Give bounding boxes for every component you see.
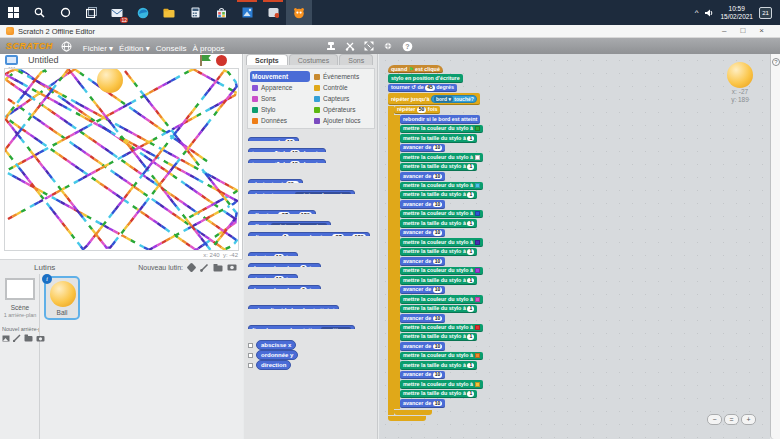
menu-item-àpropos[interactable]: À propos [189,44,227,53]
volume-icon[interactable] [704,8,714,18]
script-block[interactable]: tourner ↺ de 45 degrés [388,84,457,93]
script-block[interactable]: mettre la taille du stylo à 1 [400,333,477,342]
pen-color-swatch[interactable] [475,155,480,160]
script-block[interactable]: mettre la couleur du stylo à [400,182,483,190]
script-block[interactable]: avancer de 10 [400,342,445,351]
touching-edge-condition[interactable]: bord ▾ touché? [431,95,477,104]
pen-color-swatch[interactable] [475,211,480,216]
value-input[interactable]: 10 [433,372,443,378]
category-ajouter-blocs[interactable]: Ajouter blocs [312,115,372,126]
value-input[interactable]: 10 [433,174,443,180]
stage-canvas[interactable] [4,68,239,251]
value-input[interactable]: 1 [467,363,474,369]
value-input[interactable]: 1 [467,221,474,227]
tray-chevron-icon[interactable]: ^ [695,8,699,17]
value-input[interactable]: 15 [290,161,300,163]
script-block[interactable]: mettre la taille du stylo à 1 [400,248,477,257]
script-block[interactable]: avancer de 10 [400,257,445,266]
category-sons[interactable]: Sons [250,93,310,104]
value-input[interactable]: 10 [433,401,443,407]
value-input[interactable]: 1 [282,234,289,236]
category-capteurs[interactable]: Capteurs [312,93,372,104]
dropdown-menu[interactable]: position ▾ [321,327,351,329]
duplicate-icon[interactable] [326,41,336,51]
palette-block[interactable]: donner la valeur 0 à y [248,285,321,289]
value-input[interactable]: 1 [467,306,474,312]
reporter-block[interactable]: ordonnée y [256,350,298,360]
script-block[interactable]: rebondir si le bord est atteint [400,115,480,123]
paint-brush-icon[interactable] [200,263,209,272]
stop-button[interactable] [216,55,227,66]
pen-color-swatch[interactable] [475,382,480,387]
close-button[interactable]: × [759,26,764,36]
taskbar-clock[interactable]: 10:59 15/02/2021 [720,5,753,21]
script-block[interactable]: quand ⚑ est cliqué [388,65,443,73]
script-block[interactable]: mettre la couleur du stylo à [400,352,483,360]
reporter-block[interactable]: direction [256,360,291,370]
watcher-checkbox[interactable] [248,363,253,368]
value-input[interactable]: 1 [467,334,474,340]
value-input[interactable]: 10 [433,316,443,322]
taskbar-file-explorer-icon[interactable] [156,0,182,25]
value-input[interactable]: 50 [417,107,427,113]
grow-icon[interactable] [364,41,374,51]
value-input[interactable]: 1 [467,278,474,284]
script-block[interactable]: mettre la taille du stylo à 1 [400,361,477,370]
script-block[interactable]: avancer de 10 [400,172,445,181]
script-block[interactable]: mettre la couleur du stylo à [400,153,483,161]
fullscreen-icon[interactable] [5,55,18,65]
script-block[interactable]: mettre la taille du stylo à 1 [400,305,477,314]
category-contrôle[interactable]: Contrôle [312,82,372,93]
zoom-in-button[interactable]: + [741,414,756,425]
paint-brush-icon[interactable] [13,334,21,342]
script-block[interactable]: mettre la taille du stylo à 1 [400,390,477,399]
script-block[interactable]: mettre la taille du stylo à 1 [400,276,477,285]
script-block[interactable]: mettre la couleur du stylo à [400,210,483,218]
tab-costumes[interactable]: Costumes [289,54,339,65]
script-block[interactable]: mettre la couleur du stylo à [400,267,483,275]
delete-icon[interactable] [345,41,355,51]
script-block[interactable]: mettre la couleur du stylo à [400,380,483,388]
minimize-button[interactable]: – [722,26,726,36]
tray-app-icon[interactable]: 21 [759,7,772,19]
taskbar-notifications-app-icon[interactable] [260,0,286,25]
value-input[interactable]: 10 [433,287,443,293]
script-block[interactable]: avancer de 10 [400,229,445,238]
value-input[interactable]: 1 [467,136,474,142]
script-block[interactable]: répéter 50 fois [394,106,440,115]
upload-icon[interactable] [213,263,223,272]
scratch-logo[interactable]: SCRATCH [6,41,53,51]
category-événements[interactable]: Événements [312,71,372,82]
taskbar-mail-icon[interactable]: 12 [104,0,130,25]
script-block[interactable]: mettre la taille du stylo à 1 [400,191,477,200]
value-input[interactable]: 10 [433,202,443,208]
script-block[interactable]: mettre la couleur du stylo à [400,324,483,332]
script-block[interactable]: mettre la taille du stylo à 1 [400,134,477,143]
category-stylo[interactable]: Stylo [250,104,310,115]
pen-color-swatch[interactable] [475,268,480,273]
script-block[interactable]: avancer de 10 [400,314,445,323]
pen-color-swatch[interactable] [475,126,480,131]
camera-icon[interactable] [227,263,237,271]
sprite-library-icon[interactable] [187,263,196,272]
script-block[interactable]: mettre la couleur du stylo à [400,125,483,133]
value-input[interactable]: 1 [467,391,474,397]
menu-item-fichier[interactable]: Fichier ▾ [80,44,116,53]
watcher-checkbox[interactable] [248,343,253,348]
script-block[interactable]: avancer de 10 [400,144,445,153]
help-icon[interactable]: ? [772,58,780,66]
value-input[interactable]: 45 [425,85,435,91]
pen-color-swatch[interactable] [475,183,480,188]
category-opérateurs[interactable]: Opérateurs [312,104,372,115]
script-block[interactable]: avancer de 10 [400,286,445,295]
block-help-icon[interactable]: ? [402,41,413,52]
shrink-icon[interactable] [383,41,393,51]
stage-thumbnail[interactable] [5,278,35,300]
script-block[interactable]: répéter jusqu'à bord ▾ touché? [388,93,480,105]
language-globe-icon[interactable] [61,41,72,52]
script-block[interactable]: avancer de 10 [400,200,445,209]
tab-sons[interactable]: Sons [339,54,373,65]
palette-block[interactable]: tourner ↺ de 15 degrés [248,159,326,163]
image-library-icon[interactable] [2,335,10,342]
value-input[interactable]: 1 [467,249,474,255]
